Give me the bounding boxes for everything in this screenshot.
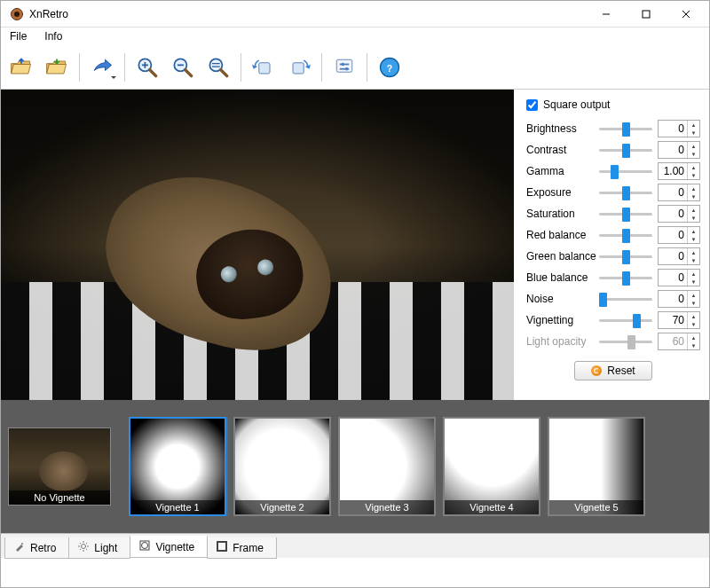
exposure-spin-down[interactable]: ▼ (688, 192, 699, 200)
brightness-label: Brightness (526, 122, 594, 135)
brightness-spinner[interactable]: ▲▼ (658, 120, 700, 137)
gamma-value[interactable] (659, 165, 687, 177)
brightness-spin-up[interactable]: ▲ (688, 121, 699, 129)
vignette-thumb-3[interactable]: Vignette 3 (338, 417, 436, 516)
close-button[interactable] (666, 2, 706, 27)
red_balance-value[interactable] (659, 229, 687, 241)
menu-file[interactable]: File (4, 28, 32, 44)
no-vignette-thumb[interactable]: No Vignette (8, 427, 111, 506)
noise-spin-up[interactable]: ▲ (688, 291, 699, 299)
vignette-thumb-5[interactable]: Vignette 5 (548, 417, 645, 516)
watermark: LO4D.com (619, 564, 698, 582)
brightness-row: Brightness▲▼ (526, 118, 700, 139)
settings-button[interactable] (327, 51, 361, 84)
tab-light[interactable]: Light (68, 537, 130, 559)
noise-value[interactable] (659, 293, 687, 305)
saturation-spin-down[interactable]: ▼ (688, 214, 699, 222)
contrast-spin-down[interactable]: ▼ (688, 150, 699, 158)
gamma-spin-up[interactable]: ▲ (688, 163, 699, 171)
blue_balance-value[interactable] (659, 271, 687, 284)
vignette-thumb-4[interactable]: Vignette 4 (443, 417, 540, 516)
svg-point-21 (342, 62, 345, 66)
toolbar-separator (124, 53, 125, 82)
vignetting-slider[interactable] (599, 319, 652, 322)
zoom-in-button[interactable] (130, 51, 164, 84)
saturation-value[interactable] (659, 208, 687, 220)
svg-line-11 (185, 69, 192, 75)
exposure-spinner[interactable]: ▲▼ (658, 184, 700, 201)
noise-spin-down[interactable]: ▼ (688, 299, 699, 307)
blue_balance-spinner[interactable]: ▲▼ (658, 269, 700, 286)
blue_balance-spin-up[interactable]: ▲ (688, 270, 699, 278)
image-preview[interactable] (1, 90, 514, 400)
exposure-value[interactable] (659, 186, 687, 199)
gamma-slider[interactable] (599, 170, 652, 173)
main-area: Square output Brightness▲▼Contrast▲▼Gamm… (1, 90, 709, 400)
vignetting-spin-up[interactable]: ▲ (688, 312, 699, 320)
green_balance-label: Green balance (526, 250, 594, 263)
noise-slider[interactable] (599, 298, 652, 301)
blue_balance-slider[interactable] (599, 277, 652, 279)
minimize-button[interactable] (586, 2, 626, 27)
frame-icon (217, 541, 227, 554)
gamma-spin-down[interactable]: ▼ (688, 171, 699, 179)
green_balance-spin-down[interactable]: ▼ (688, 256, 699, 264)
light_opacity-value (659, 335, 687, 348)
zoom-out-button[interactable] (166, 51, 200, 84)
brightness-slider[interactable] (599, 128, 652, 130)
rotate-right-button[interactable] (282, 51, 316, 84)
rotate-left-button[interactable] (247, 51, 280, 84)
saturation-slider[interactable] (599, 213, 652, 216)
brightness-value[interactable] (659, 122, 687, 135)
red_balance-spinner[interactable]: ▲▼ (658, 226, 700, 244)
gamma-row: Gamma▲▼ (526, 161, 700, 182)
green_balance-spinner[interactable]: ▲▼ (658, 247, 700, 265)
vignette-thumb-2[interactable]: Vignette 2 (233, 417, 331, 516)
tab-light-label: Light (94, 542, 117, 554)
saturation-spinner[interactable]: ▲▼ (658, 205, 700, 223)
app-title: XnRetro (29, 8, 68, 20)
share-button[interactable] (85, 51, 119, 84)
help-button[interactable]: ? (373, 51, 406, 84)
green_balance-value[interactable] (659, 250, 687, 263)
blue_balance-spin-down[interactable]: ▼ (688, 278, 699, 286)
toolbar-separator (321, 53, 322, 82)
svg-rect-18 (293, 62, 304, 73)
green_balance-spin-up[interactable]: ▲ (688, 248, 699, 256)
red_balance-slider[interactable] (599, 234, 652, 237)
square-output-checkbox[interactable] (526, 99, 538, 111)
exposure-spin-up[interactable]: ▲ (688, 184, 699, 192)
tab-vignette[interactable]: Vignette (130, 536, 208, 558)
red_balance-spin-up[interactable]: ▲ (688, 227, 699, 235)
open-button[interactable] (4, 51, 38, 84)
red_balance-spin-down[interactable]: ▼ (688, 235, 699, 243)
menu-info[interactable]: Info (39, 28, 67, 44)
gamma-spinner[interactable]: ▲▼ (658, 162, 700, 180)
save-button[interactable] (40, 51, 74, 84)
saturation-spin-up[interactable]: ▲ (688, 206, 699, 214)
contrast-spin-up[interactable]: ▲ (688, 142, 699, 150)
svg-point-26 (21, 543, 23, 545)
vignetting-spinner[interactable]: ▲▼ (658, 311, 700, 329)
vignetting-value[interactable] (659, 314, 687, 326)
light_opacity-slider (599, 341, 652, 343)
contrast-value[interactable] (659, 144, 687, 156)
vignette-thumb-1[interactable]: Vignette 1 (129, 417, 226, 516)
tab-retro[interactable]: Retro (4, 537, 69, 559)
tab-frame-label: Frame (233, 542, 264, 554)
green_balance-slider[interactable] (599, 255, 652, 258)
bottom-tabs: RetroLightVignetteFrame (1, 533, 709, 558)
exposure-label: Exposure (526, 186, 594, 199)
vignetting-spin-down[interactable]: ▼ (688, 320, 699, 328)
noise-spinner[interactable]: ▲▼ (658, 290, 700, 308)
zoom-fit-button[interactable] (201, 51, 235, 84)
contrast-slider[interactable] (599, 149, 652, 152)
maximize-button[interactable] (626, 2, 666, 27)
tab-retro-label: Retro (30, 542, 56, 554)
watermark-text: LO4D.com (642, 567, 698, 579)
contrast-spinner[interactable]: ▲▼ (658, 141, 700, 159)
reset-button[interactable]: Reset (574, 361, 651, 380)
tab-frame[interactable]: Frame (207, 537, 277, 559)
brightness-spin-down[interactable]: ▼ (688, 129, 699, 137)
exposure-slider[interactable] (599, 192, 652, 194)
